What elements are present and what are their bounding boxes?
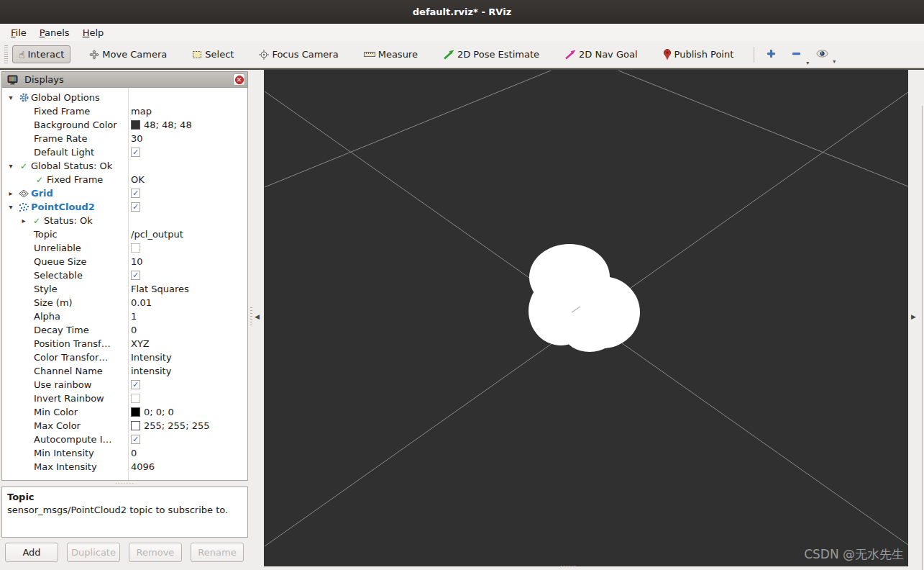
bottom-splitter-strip[interactable]: ······: [264, 566, 908, 570]
tool-focus-camera[interactable]: Focus Camera: [252, 45, 344, 63]
minus-icon: [791, 50, 802, 61]
tree-row-use-rainbow[interactable]: Use rainbow✓: [2, 378, 247, 392]
property-label: Queue Size: [34, 256, 87, 267]
property-value[interactable]: /pcl_output: [131, 229, 183, 240]
dropdown-arrow-icon[interactable]: ▾: [833, 58, 836, 65]
horizontal-splitter[interactable]: ·······: [1, 481, 248, 487]
property-value[interactable]: 1: [131, 311, 137, 322]
displays-close-button[interactable]: ✕: [233, 73, 245, 86]
expand-right-arrow-icon[interactable]: ▶: [911, 313, 916, 320]
property-value[interactable]: 0; 0; 0: [144, 407, 174, 417]
tree-row-topic[interactable]: Topic/pcl_output: [2, 227, 247, 241]
property-label: Style: [34, 284, 58, 294]
tree-row-fixed-frame[interactable]: ✓Fixed FrameOK: [2, 173, 247, 186]
checkbox-unchecked[interactable]: [131, 243, 140, 253]
checkbox-checked[interactable]: ✓: [131, 435, 140, 444]
tree-row-status-ok[interactable]: ▸✓Status: Ok: [2, 214, 247, 227]
property-label: PointCloud2: [31, 202, 95, 212]
checkbox-checked[interactable]: ✓: [131, 148, 140, 157]
tree-row-background-color[interactable]: Background Color48; 48; 48: [2, 118, 247, 132]
checkbox-unchecked[interactable]: [131, 394, 140, 403]
tree-row-style[interactable]: StyleFlat Squares: [2, 282, 247, 296]
tree-row-position-transf-[interactable]: Position Transf…XYZ: [2, 337, 247, 350]
tree-row-global-status-ok[interactable]: ▾✓Global Status: Ok: [2, 159, 247, 173]
tool-publish-point[interactable]: Publish Point: [657, 45, 741, 64]
property-value[interactable]: XYZ: [131, 338, 150, 349]
property-label: Decay Time: [34, 325, 89, 335]
expander-down-icon[interactable]: ▾: [5, 94, 17, 101]
property-label: Color Transfor…: [34, 352, 108, 363]
magenta-arrow-icon: [564, 50, 576, 60]
property-value[interactable]: 48; 48; 48: [144, 119, 192, 130]
property-value[interactable]: 0.01: [131, 297, 152, 308]
property-value[interactable]: 4096: [131, 461, 155, 472]
tree-row-size-m-[interactable]: Size (m)0.01: [2, 296, 247, 309]
tool-2d-pose-estimate[interactable]: 2D Pose Estimate: [436, 45, 546, 63]
zoom-out-button[interactable]: ▾: [787, 46, 806, 63]
menu-item-panels[interactable]: Panels: [33, 26, 76, 40]
tree-row-queue-size[interactable]: Queue Size10: [2, 255, 247, 268]
tool-2d-nav-goal[interactable]: 2D Nav Goal: [558, 45, 644, 63]
tool-move-camera[interactable]: Move Camera: [83, 45, 173, 63]
color-swatch[interactable]: [131, 421, 140, 430]
tree-row-frame-rate[interactable]: Frame Rate30: [2, 132, 247, 145]
tree-row-global-options[interactable]: ▾Global Options: [2, 91, 247, 104]
property-value[interactable]: intensity: [131, 366, 171, 376]
expander-down-icon[interactable]: ▾: [5, 203, 17, 211]
tool-label: Publish Point: [674, 49, 734, 60]
window-titlebar[interactable]: default.rviz* - RViz: [0, 0, 924, 24]
tree-row-max-intensity[interactable]: Max Intensity4096: [2, 460, 247, 474]
tree-row-pointcloud2[interactable]: ▾PointCloud2✓: [2, 200, 247, 214]
tree-row-autocompute-i-[interactable]: Autocompute I…✓: [2, 433, 247, 446]
toolbar-drag-handle-icon[interactable]: [4, 45, 8, 64]
tree-row-alpha[interactable]: Alpha1: [2, 309, 247, 323]
color-swatch[interactable]: [131, 407, 140, 417]
tree-row-selectable[interactable]: Selectable✓: [2, 268, 247, 282]
checkbox-checked[interactable]: ✓: [131, 380, 140, 389]
displays-panel-header[interactable]: Displays ✕: [1, 71, 248, 88]
color-swatch[interactable]: [131, 120, 140, 130]
tree-row-grid[interactable]: ▸Grid✓: [2, 186, 247, 200]
expander-right-icon[interactable]: ▸: [5, 189, 17, 197]
displays-tree: ▾Global OptionsFixed FramemapBackground …: [1, 88, 248, 481]
tool-interact[interactable]: ☝Interact: [12, 45, 70, 63]
property-value[interactable]: 0: [131, 325, 137, 335]
description-body: sensor_msgs/PointCloud2 topic to subscri…: [7, 504, 242, 517]
collapse-left-arrow-icon[interactable]: ◀: [255, 313, 260, 320]
expander-down-icon[interactable]: ▾: [5, 162, 17, 170]
property-value[interactable]: map: [131, 106, 152, 117]
expander-right-icon[interactable]: ▸: [18, 217, 29, 225]
tree-row-default-light[interactable]: Default Light✓: [2, 145, 247, 159]
add-button[interactable]: Add: [5, 543, 58, 562]
tree-row-invert-rainbow[interactable]: Invert Rainbow: [2, 392, 247, 405]
zoom-in-button[interactable]: [761, 46, 781, 63]
checkbox-checked[interactable]: ✓: [131, 189, 140, 198]
menu-item-help[interactable]: Help: [76, 26, 111, 40]
property-value[interactable]: Flat Squares: [131, 284, 189, 294]
checkbox-checked[interactable]: ✓: [131, 271, 140, 280]
tree-row-channel-name[interactable]: Channel Nameintensity: [2, 364, 247, 378]
left-panel-splitter[interactable]: ◀: [248, 70, 264, 570]
checkbox-checked[interactable]: ✓: [131, 202, 140, 212]
property-value[interactable]: Intensity: [131, 352, 172, 363]
tree-row-min-color[interactable]: Min Color0; 0; 0: [2, 405, 247, 419]
property-value[interactable]: OK: [131, 174, 145, 185]
property-value[interactable]: 0: [131, 448, 137, 458]
tool-measure[interactable]: Measure: [357, 45, 424, 63]
render-viewport-3d[interactable]: CSDN @无水先生: [264, 70, 908, 566]
tree-row-unreliable[interactable]: Unreliable: [2, 241, 247, 255]
tree-row-decay-time[interactable]: Decay Time0: [2, 323, 247, 337]
tree-row-color-transfor-[interactable]: Color Transfor…Intensity: [2, 350, 247, 364]
tree-row-fixed-frame[interactable]: Fixed Framemap: [2, 104, 247, 118]
tree-row-max-color[interactable]: Max Color255; 255; 255: [2, 419, 247, 433]
dropdown-arrow-icon[interactable]: ▾: [806, 60, 809, 66]
property-value[interactable]: 255; 255; 255: [144, 420, 209, 431]
tool-select[interactable]: Select: [186, 45, 240, 63]
visibility-button[interactable]: ▾: [812, 47, 833, 62]
property-label: Background Color: [34, 119, 117, 130]
property-value[interactable]: 10: [131, 256, 143, 267]
property-value[interactable]: 30: [131, 133, 143, 144]
tree-row-min-intensity[interactable]: Min Intensity0: [2, 446, 247, 460]
menu-item-file[interactable]: File: [4, 26, 33, 40]
property-label: Autocompute I…: [34, 434, 112, 445]
